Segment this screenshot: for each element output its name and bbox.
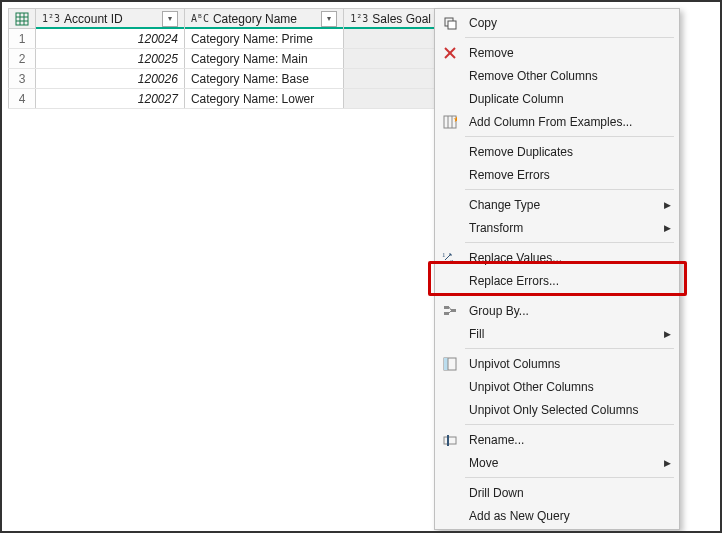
menu-add-column-from-examples[interactable]: ★ Add Column From Examples... bbox=[435, 110, 679, 133]
menu-remove-errors[interactable]: Remove Errors bbox=[435, 163, 679, 186]
filter-dropdown-button[interactable]: ▾ bbox=[162, 11, 178, 27]
menu-separator bbox=[465, 242, 674, 243]
menu-unpivot-other-columns[interactable]: Unpivot Other Columns bbox=[435, 375, 679, 398]
svg-rect-0 bbox=[16, 13, 28, 25]
table-row[interactable]: 1120024Category Name: Prime bbox=[9, 29, 438, 49]
menu-rename[interactable]: Rename... bbox=[435, 428, 679, 451]
menu-label: Drill Down bbox=[469, 486, 671, 500]
column-label: Sales Goal bbox=[372, 12, 431, 26]
column-quality-bar bbox=[344, 27, 437, 29]
menu-copy[interactable]: Copy bbox=[435, 11, 679, 34]
menu-label: Remove Other Columns bbox=[469, 69, 671, 83]
menu-label: Unpivot Only Selected Columns bbox=[469, 403, 671, 417]
table-corner-button[interactable] bbox=[9, 9, 36, 29]
row-number: 4 bbox=[9, 89, 36, 109]
svg-rect-17 bbox=[451, 309, 456, 312]
table-row[interactable]: 2120025Category Name: Main bbox=[9, 49, 438, 69]
svg-rect-15 bbox=[444, 306, 449, 309]
svg-rect-6 bbox=[448, 21, 456, 29]
menu-label: Fill bbox=[469, 327, 656, 341]
row-number: 3 bbox=[9, 69, 36, 89]
menu-add-as-new-query[interactable]: Add as New Query bbox=[435, 504, 679, 527]
cell-sales-goal[interactable] bbox=[344, 89, 438, 109]
menu-change-type[interactable]: Change Type ▶ bbox=[435, 193, 679, 216]
menu-label: Unpivot Other Columns bbox=[469, 380, 671, 394]
menu-transform[interactable]: Transform ▶ bbox=[435, 216, 679, 239]
menu-label: Remove Errors bbox=[469, 168, 671, 182]
number-type-icon: 1²3 bbox=[350, 13, 368, 24]
column-context-menu: Copy Remove Remove Other Columns Duplica… bbox=[434, 8, 680, 530]
menu-separator bbox=[465, 295, 674, 296]
cell-sales-goal[interactable] bbox=[344, 69, 438, 89]
menu-label: Group By... bbox=[469, 304, 671, 318]
add-column-icon: ★ bbox=[439, 115, 461, 129]
menu-label: Remove Duplicates bbox=[469, 145, 671, 159]
menu-separator bbox=[465, 37, 674, 38]
menu-label: Duplicate Column bbox=[469, 92, 671, 106]
table-icon bbox=[15, 12, 29, 26]
menu-remove-duplicates[interactable]: Remove Duplicates bbox=[435, 140, 679, 163]
menu-label: Move bbox=[469, 456, 656, 470]
svg-rect-23 bbox=[444, 437, 456, 444]
menu-label: Transform bbox=[469, 221, 656, 235]
rename-icon bbox=[439, 433, 461, 447]
cell-category-name[interactable]: Category Name: Base bbox=[184, 69, 343, 89]
svg-rect-16 bbox=[444, 312, 449, 315]
cell-category-name[interactable]: Category Name: Lower bbox=[184, 89, 343, 109]
submenu-arrow-icon: ▶ bbox=[664, 458, 671, 468]
number-type-icon: 1²3 bbox=[42, 13, 60, 24]
menu-label: Add Column From Examples... bbox=[469, 115, 671, 129]
cell-account-id[interactable]: 120027 bbox=[36, 89, 185, 109]
svg-text:★: ★ bbox=[453, 115, 457, 124]
svg-text:1: 1 bbox=[442, 251, 446, 259]
column-quality-bar bbox=[185, 27, 343, 29]
menu-label: Remove bbox=[469, 46, 671, 60]
menu-remove-other-columns[interactable]: Remove Other Columns bbox=[435, 64, 679, 87]
menu-label: Unpivot Columns bbox=[469, 357, 671, 371]
menu-replace-errors[interactable]: Replace Errors... bbox=[435, 269, 679, 292]
column-header-sales-goal[interactable]: 1²3 Sales Goal bbox=[344, 9, 438, 29]
group-by-icon bbox=[439, 304, 461, 318]
cell-category-name[interactable]: Category Name: Main bbox=[184, 49, 343, 69]
column-header-category-name[interactable]: AᴮC Category Name ▾ bbox=[184, 9, 343, 29]
table-row[interactable]: 4120027Category Name: Lower bbox=[9, 89, 438, 109]
menu-drill-down[interactable]: Drill Down bbox=[435, 481, 679, 504]
menu-label: Add as New Query bbox=[469, 509, 671, 523]
menu-separator bbox=[465, 424, 674, 425]
menu-unpivot-selected-columns[interactable]: Unpivot Only Selected Columns bbox=[435, 398, 679, 421]
svg-line-19 bbox=[449, 311, 451, 313]
menu-separator bbox=[465, 477, 674, 478]
menu-remove[interactable]: Remove bbox=[435, 41, 679, 64]
submenu-arrow-icon: ▶ bbox=[664, 200, 671, 210]
menu-duplicate-column[interactable]: Duplicate Column bbox=[435, 87, 679, 110]
cell-category-name[interactable]: Category Name: Prime bbox=[184, 29, 343, 49]
submenu-arrow-icon: ▶ bbox=[664, 223, 671, 233]
cell-account-id[interactable]: 120024 bbox=[36, 29, 185, 49]
column-label: Account ID bbox=[64, 12, 123, 26]
cell-account-id[interactable]: 120025 bbox=[36, 49, 185, 69]
menu-group-by[interactable]: Group By... bbox=[435, 299, 679, 322]
menu-label: Rename... bbox=[469, 433, 671, 447]
svg-rect-21 bbox=[444, 358, 448, 370]
column-label: Category Name bbox=[213, 12, 297, 26]
column-header-account-id[interactable]: 1²3 Account ID ▾ bbox=[36, 9, 185, 29]
submenu-arrow-icon: ▶ bbox=[664, 329, 671, 339]
replace-values-icon: 12 bbox=[439, 251, 461, 265]
copy-icon bbox=[439, 16, 461, 30]
menu-fill[interactable]: Fill ▶ bbox=[435, 322, 679, 345]
cell-sales-goal[interactable] bbox=[344, 29, 438, 49]
menu-separator bbox=[465, 136, 674, 137]
menu-separator bbox=[465, 189, 674, 190]
table-row[interactable]: 3120026Category Name: Base bbox=[9, 69, 438, 89]
filter-dropdown-button[interactable]: ▾ bbox=[321, 11, 337, 27]
cell-sales-goal[interactable] bbox=[344, 49, 438, 69]
column-quality-bar bbox=[36, 27, 184, 29]
menu-separator bbox=[465, 348, 674, 349]
menu-move[interactable]: Move ▶ bbox=[435, 451, 679, 474]
row-number: 2 bbox=[9, 49, 36, 69]
remove-icon bbox=[439, 46, 461, 60]
menu-unpivot-columns[interactable]: Unpivot Columns bbox=[435, 352, 679, 375]
menu-replace-values[interactable]: 12 Replace Values... bbox=[435, 246, 679, 269]
cell-account-id[interactable]: 120026 bbox=[36, 69, 185, 89]
row-number: 1 bbox=[9, 29, 36, 49]
